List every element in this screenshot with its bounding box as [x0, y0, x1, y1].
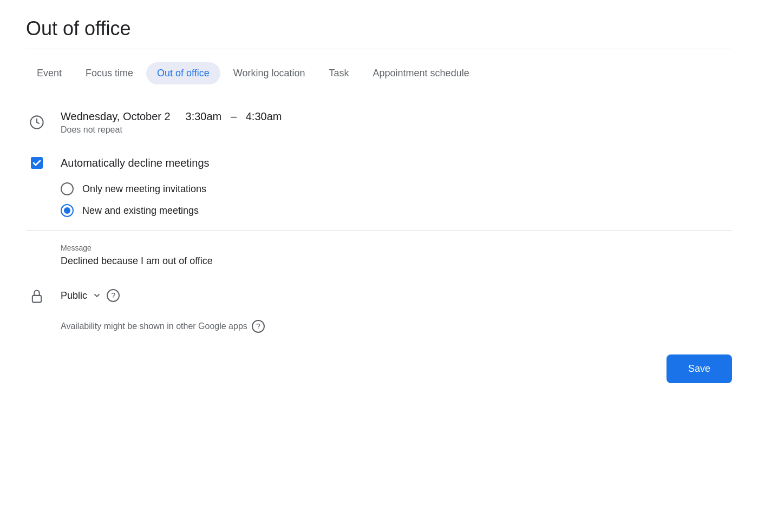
tab-bar: Event Focus time Out of office Working l… — [26, 62, 732, 84]
visibility-row: Public ? — [26, 275, 732, 316]
message-label: Message — [61, 244, 732, 252]
radio-circle-new-existing — [61, 204, 74, 217]
message-value[interactable]: Declined because I am out of office — [61, 255, 732, 267]
datetime-row: Wednesday, October 2 3:30am – 4:30am Doe… — [26, 102, 732, 143]
event-time-end: 4:30am — [246, 110, 282, 122]
title-divider — [26, 49, 732, 49]
message-section: Message Declined because I am out of off… — [26, 235, 732, 275]
tab-out-of-office[interactable]: Out of office — [146, 62, 220, 84]
visibility-help-icon[interactable]: ? — [107, 289, 120, 302]
event-time-start: 3:30am — [186, 110, 222, 122]
repeat-text[interactable]: Does not repeat — [61, 125, 732, 135]
date-time-display[interactable]: Wednesday, October 2 3:30am – 4:30am — [61, 110, 732, 123]
auto-decline-checkbox[interactable] — [31, 157, 43, 169]
lock-icon — [26, 285, 48, 307]
availability-help-icon[interactable]: ? — [252, 320, 265, 333]
radio-label-new-only: Only new meeting invitations — [82, 183, 206, 195]
tab-working-location[interactable]: Working location — [223, 62, 316, 84]
page-title: Out of office — [26, 17, 732, 40]
datetime-content: Wednesday, October 2 3:30am – 4:30am Doe… — [61, 110, 732, 135]
section-divider-1 — [26, 230, 732, 231]
save-button[interactable]: Save — [666, 354, 732, 383]
radio-circle-new-only — [61, 182, 74, 195]
radio-new-only[interactable]: Only new meeting invitations — [61, 182, 732, 195]
radio-label-new-existing: New and existing meetings — [82, 205, 199, 216]
event-date: Wednesday, October 2 — [61, 110, 171, 122]
radio-group: Only new meeting invitations New and exi… — [26, 182, 732, 226]
auto-decline-row: Automatically decline meetings — [26, 143, 732, 182]
visibility-label: Public — [61, 290, 87, 301]
event-time-separator: – — [231, 110, 237, 122]
tab-appointment-schedule[interactable]: Appointment schedule — [362, 62, 480, 84]
visibility-content: Public ? — [61, 289, 120, 302]
checkbox-container — [26, 152, 48, 174]
tab-focus-time[interactable]: Focus time — [75, 62, 144, 84]
visibility-dropdown-arrow[interactable] — [92, 290, 102, 301]
tab-event[interactable]: Event — [26, 62, 73, 84]
clock-icon — [26, 111, 48, 133]
auto-decline-label: Automatically decline meetings — [61, 157, 210, 169]
svg-rect-1 — [32, 295, 41, 303]
tab-task[interactable]: Task — [318, 62, 360, 84]
availability-note: Availability might be shown in other Goo… — [26, 316, 732, 337]
availability-text: Availability might be shown in other Goo… — [61, 321, 247, 331]
radio-new-existing[interactable]: New and existing meetings — [61, 204, 732, 217]
save-button-container: Save — [26, 337, 732, 392]
